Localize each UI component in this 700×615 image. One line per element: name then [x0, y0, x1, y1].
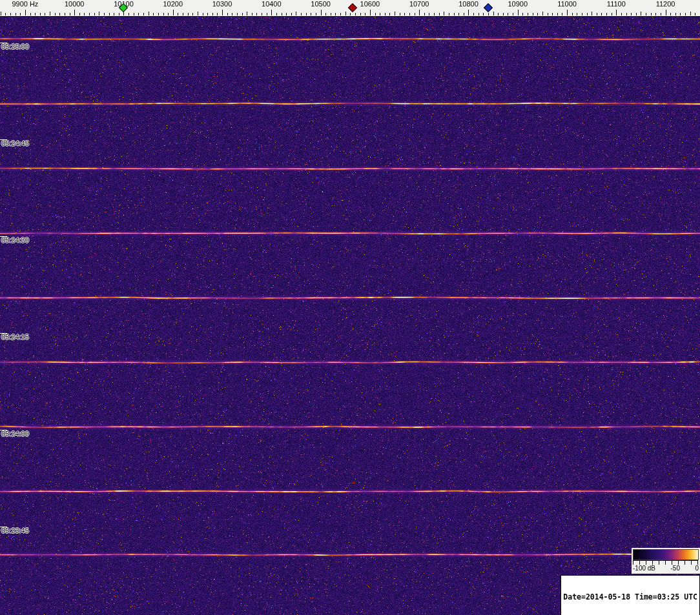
freq-tick-label: 10500	[311, 1, 331, 8]
frequency-ruler: 9900 Hz 10000 10100 10200 10300 10400 10…	[0, 0, 700, 17]
waterfall-display: 05:25:00 05:24:45 05:24:30 05:24:15 05:2…	[0, 17, 700, 615]
time-tick: 05:25:00	[0, 43, 45, 52]
time-tick-label: 05:24:00	[1, 430, 29, 438]
freq-tick-label: 10900	[508, 1, 528, 8]
color-gradient-bar	[633, 549, 699, 560]
freq-tick-label: 10300	[212, 1, 232, 8]
spectrogram-viewer: 05:25:00 05:24:45 05:24:30 05:24:15 05:2…	[0, 0, 700, 615]
legend-labels-row: -100 dB -50 0	[633, 565, 699, 572]
freq-tick-label: 9900 Hz	[12, 1, 38, 8]
freq-tick-label: 10200	[163, 1, 183, 8]
observation-info-box: Date=2014-05-18 Time=03:25 UTC Freq=143 …	[561, 575, 700, 615]
legend-label-mid: -50	[671, 565, 680, 572]
freq-tick-label: 10800	[458, 1, 479, 8]
freq-tick-label: 10400	[262, 1, 282, 8]
time-tick-label: 05:24:30	[1, 237, 29, 244]
freq-tick-label: 10600	[360, 1, 380, 8]
time-tick-label: 05:24:45	[1, 140, 29, 147]
time-tick-label: 05:23:45	[1, 527, 29, 534]
freq-tick-label: 11200	[656, 1, 675, 8]
info-date-time: Date=2014-05-18 Time=03:25 UTC	[563, 593, 697, 601]
freq-tick-label: 10700	[409, 1, 429, 8]
legend-label-max: 0	[695, 565, 699, 572]
freq-tick-label: 11000	[557, 1, 577, 8]
time-tick: 05:24:30	[0, 236, 45, 245]
time-tick: 05:24:15	[0, 333, 45, 342]
time-tick: 05:24:45	[0, 139, 45, 148]
freq-tick-label: 10000	[65, 1, 85, 8]
legend-tick-marks	[633, 560, 698, 565]
freq-tick-label: 11100	[607, 1, 626, 8]
time-tick-label: 05:25:00	[1, 43, 29, 50]
db-color-scale-legend: -100 dB -50 0	[632, 548, 700, 574]
time-tick: 05:23:45	[0, 527, 45, 536]
spectrogram-waterfall-canvas	[0, 17, 700, 615]
time-tick-label: 05:24:15	[1, 334, 29, 341]
time-tick: 05:24:00	[0, 430, 45, 439]
legend-label-min: -100 dB	[633, 565, 655, 572]
